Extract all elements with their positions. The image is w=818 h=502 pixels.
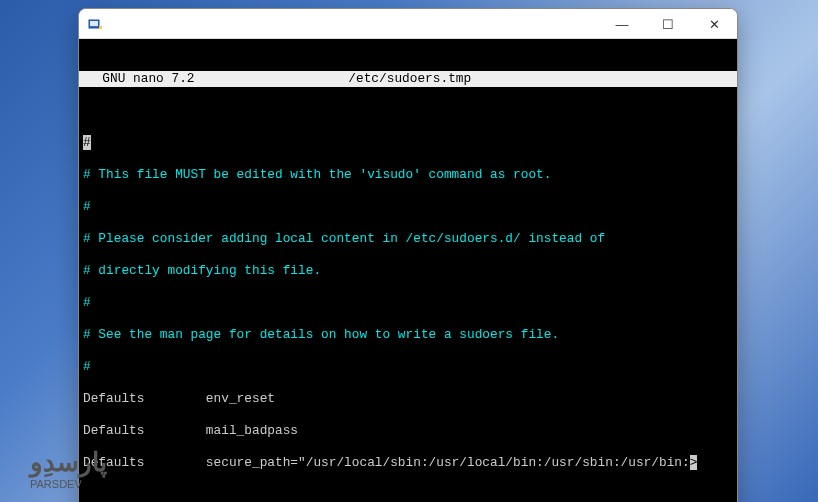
editor-line: # See the man page for details on how to… bbox=[83, 327, 733, 343]
editor-line: # directly modifying this file. bbox=[83, 263, 733, 279]
editor-line: Defaults env_reset bbox=[83, 391, 733, 407]
editor-line: # bbox=[83, 359, 733, 375]
editor-body[interactable]: # # This file MUST be edited with the 'v… bbox=[79, 119, 737, 502]
nano-header: GNU nano 7.2 /etc/sudoers.tmp bbox=[79, 71, 737, 87]
svg-rect-1 bbox=[90, 21, 98, 26]
terminal[interactable]: GNU nano 7.2 /etc/sudoers.tmp # # This f… bbox=[79, 39, 737, 502]
editor-name: GNU nano 7.2 bbox=[81, 71, 195, 87]
titlebar-buttons: — ☐ ✕ bbox=[599, 9, 737, 38]
editor-line: # bbox=[83, 135, 733, 151]
titlebar-left bbox=[87, 16, 103, 32]
file-path: /etc/sudoers.tmp bbox=[195, 71, 625, 87]
watermark: پارسدِو PARSDEV bbox=[30, 447, 107, 490]
editor-line: # bbox=[83, 295, 733, 311]
brand-latin: PARSDEV bbox=[30, 478, 107, 490]
editor-line: Defaults mail_badpass bbox=[83, 423, 733, 439]
brand-persian: پارسدِو bbox=[30, 447, 107, 478]
minimize-button[interactable]: — bbox=[599, 9, 645, 39]
putty-icon bbox=[87, 16, 103, 32]
editor-line: # This file MUST be edited with the 'vis… bbox=[83, 167, 733, 183]
svg-rect-2 bbox=[99, 26, 102, 29]
putty-window: — ☐ ✕ GNU nano 7.2 /etc/sudoers.tmp # # … bbox=[78, 8, 738, 502]
editor-line: # bbox=[83, 199, 733, 215]
editor-line: # Please consider adding local content i… bbox=[83, 231, 733, 247]
close-button[interactable]: ✕ bbox=[691, 9, 737, 39]
editor-line: Defaults secure_path="/usr/local/sbin:/u… bbox=[83, 455, 733, 471]
maximize-button[interactable]: ☐ bbox=[645, 9, 691, 39]
titlebar[interactable]: — ☐ ✕ bbox=[79, 9, 737, 39]
